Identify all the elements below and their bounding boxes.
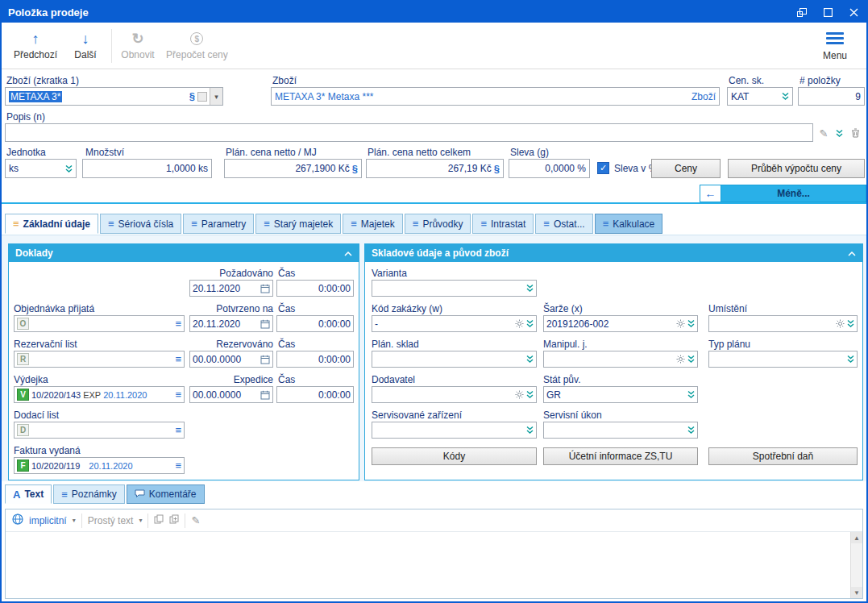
- format-selector[interactable]: Prostý text: [88, 515, 134, 526]
- tab-text[interactable]: A Text: [5, 484, 52, 504]
- product-field[interactable]: METAXA 3* Metaxa *** Zboží: [271, 87, 720, 106]
- expedition-time-field[interactable]: 0:00:00: [276, 386, 354, 403]
- tab-komentare[interactable]: Komentáře: [127, 484, 205, 504]
- requested-time-field[interactable]: 0:00:00: [276, 280, 354, 297]
- origin-country-combo[interactable]: GR: [543, 386, 698, 403]
- location-combo[interactable]: [708, 315, 858, 332]
- codes-button[interactable]: Kódy: [372, 447, 537, 465]
- description-field[interactable]: [5, 123, 813, 142]
- dropdown-arrow-icon[interactable]: ▾: [210, 88, 222, 105]
- tab-pruvodky[interactable]: ≡Průvodky: [405, 214, 471, 234]
- gear-icon[interactable]: [676, 355, 685, 364]
- tab-kalkulace[interactable]: ≡Kalkulace: [595, 214, 663, 234]
- tab-seriova-cisla[interactable]: ≡Sériová čísla: [100, 214, 181, 234]
- refresh-button[interactable]: ↻ Obnovit: [115, 25, 160, 67]
- quantity-field[interactable]: 1,0000 ks: [82, 159, 212, 178]
- scrollbar[interactable]: ▲ ▼: [850, 532, 862, 598]
- scroll-up-icon[interactable]: ▲: [851, 532, 862, 543]
- order-received-field[interactable]: O ≡: [14, 315, 185, 332]
- tab-poznamky[interactable]: ≡ Poznámky: [53, 484, 125, 504]
- unit-combo[interactable]: ks: [5, 159, 77, 178]
- description-double-chevron-icon[interactable]: [832, 125, 846, 141]
- expedition-date-field[interactable]: 00.00.0000: [189, 386, 273, 403]
- doc-menu-icon[interactable]: ≡: [175, 389, 181, 401]
- discount-field[interactable]: 0,0000 %: [509, 159, 590, 178]
- edit-pencil-icon[interactable]: ✎: [191, 514, 200, 526]
- menu-button[interactable]: Menu: [810, 25, 860, 67]
- dock-window-icon[interactable]: [789, 2, 815, 23]
- recalculate-price-button[interactable]: $ Přepočet ceny: [160, 25, 234, 67]
- supplier-combo[interactable]: [372, 386, 537, 403]
- tab-stary-majetek[interactable]: ≡Starý majetek: [255, 214, 341, 234]
- calendar-icon[interactable]: [260, 319, 270, 329]
- edit-pencil-icon[interactable]: ✎: [816, 125, 831, 141]
- tab-zakladni-udaje[interactable]: ≡Základní údaje: [5, 214, 98, 234]
- text-editor-area[interactable]: ▲ ▼: [6, 532, 862, 598]
- doc-menu-icon[interactable]: ≡: [175, 460, 181, 472]
- tab-ostatni[interactable]: ≡Ostat...: [535, 214, 592, 234]
- excise-tax-button[interactable]: Spotřební daň: [708, 447, 858, 465]
- language-selector[interactable]: implicitní: [29, 515, 67, 526]
- gear-icon[interactable]: [836, 319, 845, 328]
- invoice-label: Faktura vydaná: [14, 445, 81, 456]
- tab-parametry[interactable]: ≡Parametry: [183, 214, 254, 234]
- batch-combo[interactable]: 20191206-002: [543, 315, 698, 332]
- price-group-combo[interactable]: KAT: [727, 87, 793, 106]
- doc-date[interactable]: 20.11.2020: [89, 461, 132, 471]
- requested-date-field[interactable]: 20.11.2020: [189, 280, 273, 297]
- price-rates-icon[interactable]: §: [189, 90, 195, 102]
- tab-intrastat[interactable]: ≡Intrastat: [472, 214, 534, 234]
- unit-price-field[interactable]: 267,1900 Kč §: [224, 159, 362, 178]
- maximize-window-icon[interactable]: [815, 2, 841, 23]
- copy-icon[interactable]: [154, 514, 164, 526]
- gear-icon[interactable]: [515, 319, 524, 328]
- price-rates-icon[interactable]: §: [494, 163, 500, 175]
- product-short-field[interactable]: METAXA 3* § ▾: [5, 87, 223, 106]
- doc-menu-icon[interactable]: ≡: [175, 353, 181, 365]
- sale-item-window: Položka prodeje ↑ Předchozí ↓ Další ↻ Ob…: [0, 0, 868, 603]
- doc-menu-icon[interactable]: ≡: [175, 318, 181, 330]
- handling-unit-combo[interactable]: [543, 351, 698, 368]
- issue-field[interactable]: V 10/2020/143 EXP 20.11.2020 ≡: [14, 386, 185, 403]
- variant-combo[interactable]: [372, 280, 537, 297]
- reservation-field[interactable]: R ≡: [14, 351, 185, 368]
- scroll-down-icon[interactable]: ▼: [851, 587, 862, 598]
- order-code-combo[interactable]: -: [372, 315, 537, 332]
- item-count-field[interactable]: 9: [798, 87, 865, 106]
- previous-button[interactable]: ↑ Předchozí: [8, 25, 63, 67]
- delivery-note-field[interactable]: D ≡: [14, 422, 185, 439]
- price-rates-icon[interactable]: §: [352, 163, 358, 175]
- doc-date[interactable]: 20.11.2020: [103, 390, 147, 400]
- serviced-device-combo[interactable]: [372, 422, 537, 439]
- tab-majetek[interactable]: ≡Majetek: [343, 214, 403, 234]
- service-task-combo[interactable]: [543, 422, 698, 439]
- trash-icon[interactable]: [848, 125, 862, 141]
- calendar-icon[interactable]: [260, 284, 270, 293]
- attachment-icon[interactable]: [197, 92, 207, 102]
- globe-icon[interactable]: [12, 514, 23, 527]
- calendar-icon[interactable]: [260, 355, 270, 364]
- prices-button[interactable]: Ceny: [651, 159, 721, 178]
- gear-icon[interactable]: [515, 390, 524, 399]
- discount-percent-checkbox[interactable]: ✓ Sleva v %: [597, 162, 657, 174]
- reserved-time-field[interactable]: 0:00:00: [276, 351, 354, 368]
- reserved-date-field[interactable]: 00.00.0000: [189, 351, 273, 368]
- doc-menu-icon[interactable]: ≡: [175, 424, 181, 436]
- confirmed-date-field[interactable]: 20.11.2020: [189, 315, 273, 332]
- accounting-info-button[interactable]: Účetní informace ZS,TU: [543, 447, 698, 465]
- collapse-icon[interactable]: [848, 247, 856, 259]
- collapse-icon[interactable]: [344, 247, 352, 259]
- calendar-icon[interactable]: [260, 390, 270, 400]
- close-window-icon[interactable]: [841, 2, 866, 23]
- less-button[interactable]: ← Méně...: [700, 185, 866, 202]
- invoice-field[interactable]: F 10/2020/119 20.11.2020 ≡: [14, 457, 185, 474]
- confirmed-time-field[interactable]: 0:00:00: [276, 315, 354, 332]
- gear-icon[interactable]: [676, 319, 685, 328]
- total-price-field[interactable]: 267,19 Kč §: [366, 159, 504, 178]
- plan-type-combo[interactable]: [708, 351, 858, 368]
- plan-warehouse-combo[interactable]: [372, 351, 537, 368]
- price-progress-button[interactable]: Průběh výpočtu ceny: [728, 159, 865, 178]
- zbozi-button[interactable]: Zboží: [691, 91, 716, 102]
- copy-plus-icon[interactable]: [169, 514, 179, 526]
- next-button[interactable]: ↓ Další: [63, 25, 108, 67]
